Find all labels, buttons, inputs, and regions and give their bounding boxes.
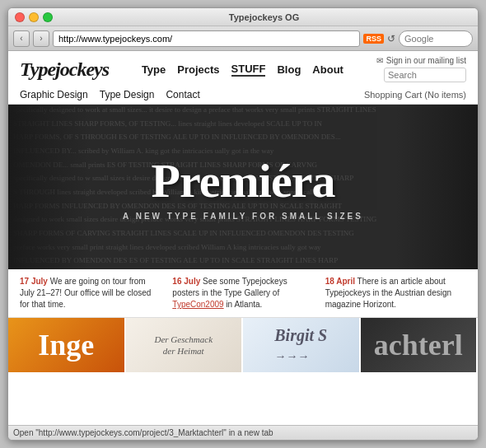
window-title: Typejockeys OG: [57, 12, 471, 22]
mail-icon: ✉: [376, 56, 383, 65]
browser-search-input[interactable]: [399, 30, 473, 47]
site-header: Typejockeys Type Projects STUFF Blog Abo…: [8, 51, 478, 105]
subnav-graphic-design[interactable]: Graphic Design: [20, 89, 88, 100]
sub-nav-left: Graphic Design Type Design Contact: [20, 89, 200, 100]
refresh-icon[interactable]: ↺: [387, 33, 395, 44]
sub-navigation: Graphic Design Type Design Contact Shopp…: [20, 86, 466, 104]
header-right: ✉ Sign in our mailing list: [376, 56, 466, 82]
title-bar: Typejockeys OG: [8, 8, 478, 26]
status-text: Open "http://www.typejockeys.com/project…: [13, 428, 273, 437]
shopping-cart[interactable]: Shopping Cart (No items): [364, 90, 466, 100]
maximize-button[interactable]: [43, 12, 53, 22]
hero-overlay-left: [8, 105, 91, 269]
subnav-contact[interactable]: Contact: [166, 89, 199, 100]
browser-toolbar: ‹ › RSS ↺: [8, 26, 478, 51]
hero-overlay-right: [395, 105, 478, 269]
thumbnail-3[interactable]: Birgit S→→→: [243, 318, 361, 372]
news-item-1: 17 July We are going on tour from July 2…: [20, 276, 161, 310]
nav-about[interactable]: About: [312, 63, 343, 76]
nav-stuff[interactable]: STUFF: [231, 63, 266, 77]
thumbnail-1[interactable]: Inge: [8, 318, 126, 372]
news-item-2: 16 July See some Typejockeys posters in …: [172, 276, 313, 310]
thumbnail-4[interactable]: achterl: [361, 318, 479, 372]
news-item-3: 18 April There is an article about Typej…: [325, 276, 466, 310]
thumbnail-2[interactable]: Der Geschmackder Heimat: [126, 318, 244, 372]
site-search-input[interactable]: [384, 68, 466, 82]
hero-title: Premiéra: [152, 153, 335, 208]
news-date-2: 16 July: [172, 277, 200, 286]
typecon-link[interactable]: TypeCon2009: [172, 300, 223, 309]
thumb-1-label: Inge: [38, 328, 94, 362]
main-navigation: Type Projects STUFF Blog About: [142, 63, 343, 77]
mailing-list-link[interactable]: ✉ Sign in our mailing list: [376, 56, 466, 65]
thumb-3-label: Birgit S→→→: [274, 326, 327, 364]
hero-banner[interactable]: specifically designed to work at small s…: [8, 105, 478, 269]
nav-projects[interactable]: Projects: [177, 63, 219, 76]
website-content: Typejockeys Type Projects STUFF Blog Abo…: [8, 51, 478, 425]
forward-button[interactable]: ›: [33, 30, 49, 47]
thumb-2-label: Der Geschmackder Heimat: [154, 334, 213, 357]
status-bar: Open "http://www.typejockeys.com/project…: [8, 425, 478, 440]
mailing-list-text: Sign in our mailing list: [386, 56, 466, 65]
news-strip: 17 July We are going on tour from July 2…: [8, 269, 478, 318]
nav-blog[interactable]: Blog: [277, 63, 301, 76]
url-bar[interactable]: [53, 30, 360, 47]
news-text-2b: in Atlanta.: [226, 300, 262, 309]
subnav-type-design[interactable]: Type Design: [100, 89, 155, 100]
news-date-1: 17 July: [20, 277, 48, 286]
minimize-button[interactable]: [29, 12, 39, 22]
thumbnail-strip: Inge Der Geschmackder Heimat Birgit S→→→…: [8, 318, 478, 372]
back-button[interactable]: ‹: [13, 30, 30, 47]
thumb-4-label: achterl: [374, 328, 463, 362]
nav-type[interactable]: Type: [142, 63, 166, 76]
news-date-3: 18 April: [325, 277, 355, 286]
browser-window: Typejockeys OG ‹ › RSS ↺ Typejockeys Typ…: [7, 7, 479, 441]
header-top: Typejockeys Type Projects STUFF Blog Abo…: [20, 56, 466, 82]
close-button[interactable]: [15, 12, 25, 22]
site-logo[interactable]: Typejockeys: [20, 58, 109, 81]
rss-badge: RSS: [363, 34, 384, 44]
hero-subtitle: A NEW TYPE FAMILY FOR SMALL SIZES: [123, 212, 363, 221]
